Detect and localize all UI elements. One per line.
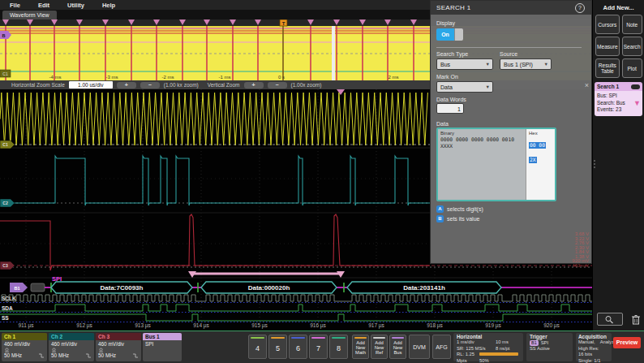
bus1-badge[interactable]: Bus 1 SPI [143,333,182,361]
menu-help[interactable]: Help [102,2,115,9]
overview-axis-label: 2 ms [388,75,398,80]
display-label: Display [436,20,455,26]
bandwidth-icon [38,353,45,358]
add-new-title: Add New... [593,4,644,11]
search1-events-line: Events: 23 [597,106,640,114]
close-icon[interactable]: × [585,82,589,89]
hzoom-minus-button[interactable]: − [140,82,160,89]
data-words-input[interactable]: 1 [436,103,464,114]
c1-channel-badge-label: C1 [2,142,8,147]
hzoom-value-input[interactable]: 1.00 us/div [69,81,113,89]
sidebar-grip-handle[interactable] [594,158,595,170]
ch3-scale-label: 460 mV [563,264,589,269]
trash-icon[interactable] [631,314,641,325]
chevron-down-icon: ▼ [486,59,490,70]
help-icon[interactable]: ? [575,3,585,13]
add-new-math-button[interactable]: Add New Math [352,335,369,359]
trigger-panel[interactable]: Trigger B1 SPI SS Active [526,333,573,361]
cursors-button[interactable]: Cursors [595,15,620,34]
results-sidebar: Add New... Cursors Note Measure Search R… [592,0,644,331]
bus1-channel-badge-label: B1 [14,286,19,291]
time-axis-label: 920 µs [543,322,560,329]
ch2-badge[interactable]: Ch 2 460 mV/div 50 MHz [49,333,94,361]
menu-utility[interactable]: Utility [67,2,84,9]
search-dialog-title: SEARCH 1 [436,4,470,11]
vzoom-factor: (1.00x zoom) [291,82,322,88]
bus-packet-label: Data:203141h [403,284,445,292]
chevron-down-icon: ▼ [544,59,548,70]
measure-button[interactable]: Measure [595,37,620,56]
hzoom-plus-button[interactable]: + [117,82,136,89]
search-type-label: Search Type [436,51,468,57]
preview-button[interactable]: Preview [613,337,641,348]
search1-card-title: Search 1 [597,84,619,89]
data-entry-box[interactable]: Binary 0000 0000 0000 0000 0010 XXXX Hex… [436,127,556,201]
hint-b: B sets its value [436,215,479,223]
afg-button[interactable]: AFG [432,335,451,359]
oscilloscope-app: File Edit Utility Help Waveform View TBC… [0,0,644,363]
vzoom-plus-button[interactable]: + [244,82,264,89]
knob-b-icon: B [436,215,444,223]
hex-pane: Hex 00 00 2X [526,129,555,200]
overview-axis-label: -3 ms [106,75,118,80]
search-button[interactable]: Search [622,37,642,56]
overview-axis-label: 0 s [278,75,285,80]
bus-packet-label: Data:000020h [248,284,290,292]
hex-value-line1[interactable]: 00 00 [529,142,546,149]
vzoom-minus-button[interactable]: − [268,82,287,89]
sda-label: SDA [2,305,13,311]
plot-button[interactable]: Plot [622,58,642,78]
channel-6-button[interactable]: 6 [289,335,307,359]
time-axis-label: 919 µs [485,322,501,329]
search1-card-badge [631,84,640,89]
c3-channel-badge-label: C3 [2,263,8,268]
acquisition-panel[interactable]: Acquisition Manual,Analyze High Res: 16 … [576,333,612,361]
c2-channel-badge-label: C2 [2,201,8,205]
search-dialog-header[interactable]: SEARCH 1 ? [431,1,591,15]
divider [436,47,582,48]
display-toggle-on: On [436,28,454,41]
bus-event-tick [343,283,345,292]
note-button[interactable]: Note [622,15,642,34]
mark-on-dropdown[interactable]: Data▼ [436,81,493,93]
time-axis-label: 917 µs [368,322,384,329]
tab-waveform-view[interactable]: Waveform View [2,11,57,19]
channel-4-button[interactable]: 4 [248,335,267,359]
horizontal-panel[interactable]: Horizontal 1 ms/div10 ms SR: 125 MS/s8 n… [453,333,523,361]
binary-value[interactable]: 0000 0000 0000 0000 0010 XXXX [440,136,523,149]
bus1-position-label: B [2,33,6,38]
display-toggle[interactable]: On [436,28,463,41]
ch3-badge[interactable]: Ch 3 460 mV/div 50 MHz [96,333,141,361]
hex-value-line2[interactable]: 2X [529,157,537,163]
ss-label: SS [2,315,9,321]
search-zoom-button[interactable] [597,313,623,326]
ch3-scale-labels: 3.68 V3.22 V2.76 V2.30 V1.84 V1.38 V920 … [563,232,589,268]
menu-edit[interactable]: Edit [38,2,49,9]
channel-8-button[interactable]: 8 [329,335,348,359]
hex-label: Hex [529,131,552,136]
source-dropdown[interactable]: Bus 1 (SPI)▼ [500,58,552,70]
zoom-window-handle[interactable] [332,26,335,80]
results-table-button[interactable]: Results Table [595,58,620,78]
add-new-ref-button[interactable]: Add New Ref [371,335,388,359]
ch1-badge[interactable]: Ch 1 460 mV/div 50 MHz [2,333,47,361]
hint-a: A selects digit(s) [436,205,483,213]
channel-5-button[interactable]: 5 [268,335,287,359]
time-axis-label: 911 µs [18,322,34,329]
channel-7-button[interactable]: 7 [309,335,328,359]
dvm-button[interactable]: DVM [409,335,430,359]
bus-packet-label: Data:7C0093h [101,284,144,292]
display-toggle-knob [454,28,463,41]
bus-handle[interactable] [31,283,45,292]
hzoom-factor: (1.00 kx zoom) [164,82,199,88]
trigger-indicator-label: T [282,21,286,26]
bus-event-tick [197,283,199,292]
data-words-label: Data Words [436,97,466,102]
magnifier-icon [604,315,616,324]
search1-result-card[interactable]: Search 1 Bus: SPI Search: Bus Events: 23… [595,82,642,116]
position-icon [479,352,518,356]
add-new-bus-button[interactable]: Add New Bus [389,335,406,359]
menu-file[interactable]: File [10,2,20,9]
search-type-dropdown[interactable]: Bus▼ [436,58,493,70]
overview-axis-label: -2 ms [162,75,174,80]
